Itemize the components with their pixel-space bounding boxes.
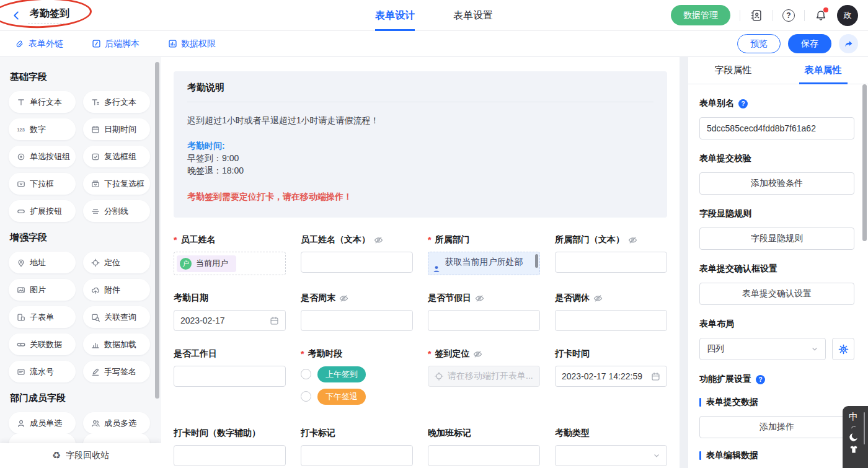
layout-select[interactable]: 四列: [699, 338, 826, 360]
field-pill-checkbox-group[interactable]: 复选框组: [83, 146, 150, 167]
data-permission-link[interactable]: 数据权限: [168, 38, 216, 50]
date-value: 2023-02-17: [180, 316, 270, 325]
submit-confirm-button[interactable]: 表单提交确认设置: [699, 283, 854, 305]
layout-label: 表单布局: [699, 319, 734, 330]
field-pill-relation-query[interactable]: 关联查询: [83, 306, 150, 328]
panel-scrollbar[interactable]: [862, 84, 867, 241]
help-icon[interactable]: [756, 375, 765, 384]
help-icon[interactable]: [782, 9, 795, 22]
field-pill-select[interactable]: 下拉框: [9, 173, 76, 195]
field-pill-location[interactable]: 定位: [83, 252, 150, 273]
link-label: 后端脚本: [105, 38, 140, 50]
field-pill-member-single[interactable]: 成员单选: [9, 412, 76, 434]
field-pill-member-multi[interactable]: 成员多选: [83, 412, 150, 434]
is-workday-input[interactable]: [174, 366, 286, 387]
divider-icon: [91, 207, 100, 216]
chevron-down-icon: [653, 452, 660, 459]
field-pill-relation-data[interactable]: 关联数据: [9, 333, 76, 355]
translate-widget[interactable]: 中: [843, 406, 868, 468]
contacts-book-icon[interactable]: [750, 9, 763, 22]
sidebar-scrollbar[interactable]: [155, 62, 159, 399]
field-pill-number[interactable]: 123 数字: [9, 118, 76, 140]
current-user-tag[interactable]: 户 当前用户: [177, 255, 236, 272]
is-holiday-input[interactable]: [428, 310, 540, 331]
gear-icon: [838, 344, 849, 355]
add-submit-action-button[interactable]: 添加操作: [699, 416, 854, 438]
field-pill-multi-select[interactable]: 下拉复选框: [83, 173, 150, 195]
field-pill-radio-group[interactable]: 单选按钮组: [9, 146, 76, 167]
field-pill-single-text[interactable]: 单行文本: [9, 91, 76, 113]
radio-circle[interactable]: [301, 369, 311, 379]
sign-location-input[interactable]: 请在移动端打开表单...: [428, 366, 540, 387]
tab-form-props[interactable]: 表单属性: [778, 57, 868, 84]
field-label: 打卡时间: [555, 348, 590, 360]
field-emp-name: 员工姓名 户 当前用户: [174, 234, 286, 275]
emp-name-box[interactable]: 户 当前用户: [174, 252, 286, 275]
is-swap-input[interactable]: [555, 310, 667, 331]
dept-scrollbar[interactable]: [535, 254, 538, 268]
tab-form-design[interactable]: 表单设计: [375, 0, 415, 31]
field-label: 员工姓名: [180, 234, 215, 245]
widget-scrollbar: [864, 412, 865, 444]
add-validation-button[interactable]: 添加校验条件: [699, 172, 854, 195]
att-type-select[interactable]: [555, 445, 667, 466]
field-pill-data-load[interactable]: 数据加载: [83, 333, 150, 355]
attachment-cloud-icon: [91, 286, 100, 294]
header-tabs: 表单设计 表单设置: [375, 0, 493, 31]
back-button[interactable]: [11, 10, 22, 21]
multi-select-icon: [91, 180, 100, 188]
punch-mark-input[interactable]: [301, 445, 413, 466]
signature-pen-icon: [91, 368, 100, 376]
link-label: 表单外链: [29, 38, 63, 50]
field-pill-attachment[interactable]: 附件: [83, 279, 150, 301]
field-pill-image[interactable]: 图片: [9, 279, 76, 301]
layout-settings-button[interactable]: [832, 338, 854, 360]
notice-line: 迟到超过1小时或者早退超过1小时请走请假流程！: [187, 114, 653, 126]
field-pill-signature[interactable]: 手写签名: [83, 361, 150, 382]
tab-form-settings[interactable]: 表单设置: [453, 0, 493, 31]
field-recycle-bin[interactable]: ♻ 字段回收站: [0, 443, 161, 468]
field-pill-address[interactable]: 地址: [9, 252, 76, 273]
backend-script-link[interactable]: 后端脚本: [92, 38, 140, 50]
user-avatar[interactable]: 政: [837, 5, 858, 26]
tab-field-props[interactable]: 字段属性: [688, 57, 778, 84]
field-pill-subform[interactable]: 子表单: [9, 306, 76, 328]
shirt-icon[interactable]: [849, 445, 859, 454]
curl-mark-icon: [851, 425, 856, 429]
radio-group-icon: [17, 152, 25, 161]
visibility-rules-button[interactable]: 字段显隐规则: [699, 227, 854, 250]
chinese-lang-icon[interactable]: 中: [849, 411, 858, 422]
emp-name-text-input[interactable]: [301, 252, 413, 273]
form-title[interactable]: 考勤签到: [28, 6, 71, 24]
form-alias-input[interactable]: 5dcc585cecd4fdd8b7f61a62: [699, 117, 854, 139]
field-pill-divider[interactable]: 分割线: [83, 200, 150, 222]
form-external-link[interactable]: 表单外链: [16, 38, 63, 50]
moon-icon[interactable]: [849, 432, 859, 442]
save-button[interactable]: 保存: [788, 34, 831, 53]
punch-time-input[interactable]: 2023-02-17 14:22:59: [555, 366, 667, 387]
att-date-input[interactable]: 2023-02-17: [174, 310, 286, 331]
is-weekend-input[interactable]: [301, 310, 413, 331]
field-is-holiday: 是否节假日: [428, 292, 540, 331]
field-pill-serial-number[interactable]: 流水号: [9, 361, 76, 382]
datetime-icon: [91, 125, 100, 134]
radio-circle[interactable]: [301, 391, 311, 402]
data-manage-button[interactable]: 数据管理: [671, 5, 730, 25]
radio-afternoon-signout[interactable]: 下午签退: [301, 388, 413, 405]
radio-morning-signin[interactable]: 上午签到: [301, 366, 413, 382]
attendance-notice-panel[interactable]: 考勤说明 迟到超过1小时或者早退超过1小时请走请假流程！ 考勤时间: 早签到：9…: [174, 71, 667, 218]
preview-button[interactable]: 预览: [737, 34, 781, 53]
overtime-mark-input[interactable]: [428, 445, 540, 466]
field-att-type: 考勤类型: [555, 427, 667, 466]
field-pill-multi-text[interactable]: 多行文本: [83, 91, 150, 113]
notification-bell-icon[interactable]: [814, 9, 828, 22]
help-icon[interactable]: [738, 99, 748, 108]
field-pill-datetime[interactable]: 日期时间: [83, 118, 150, 140]
punch-time-num-input[interactable]: [174, 445, 286, 466]
share-button[interactable]: [839, 34, 858, 53]
dept-box[interactable]: 获取当前用户所处部: [428, 252, 540, 275]
dept-text-input[interactable]: [555, 252, 667, 273]
field-pill-extend-button[interactable]: 扩展按钮: [9, 200, 76, 222]
recycle-label: 字段回收站: [66, 450, 109, 461]
notice-morning: 早签到：9:00: [187, 152, 653, 164]
